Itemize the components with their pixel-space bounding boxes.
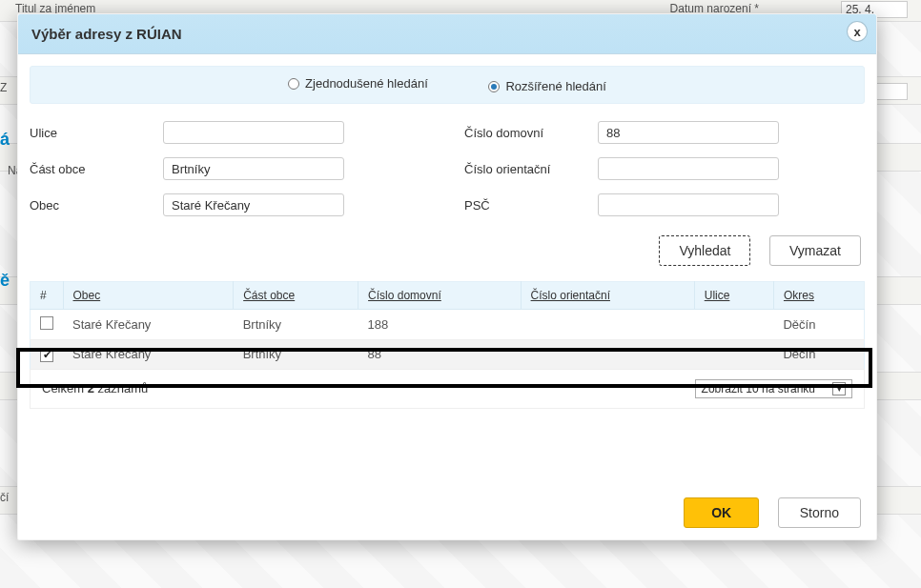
page-size-label: Zobrazit 10 na stránku	[702, 382, 815, 395]
col-okres[interactable]: Okres	[784, 289, 814, 302]
results-table: # Obec Část obce Číslo domovní Číslo ori…	[30, 281, 865, 370]
cell-cislo-dom: 188	[358, 310, 522, 340]
row-checkbox[interactable]	[40, 349, 53, 362]
col-obec[interactable]: Obec	[73, 289, 101, 302]
row-checkbox[interactable]	[40, 316, 53, 330]
chevron-down-icon: ▾	[832, 382, 846, 395]
search-buttons: Vyhledat Vymazat	[30, 216, 865, 275]
clear-button[interactable]: Vymazat	[769, 235, 861, 266]
bg-c: čí	[0, 491, 9, 504]
modal-title: Výběr adresy z RÚIAN	[31, 26, 182, 42]
radio-simple-label: Zjednodušené hledání	[305, 76, 428, 91]
field-cast-obce: Část obce	[30, 157, 430, 180]
cell-okres: Děčín	[773, 340, 864, 370]
field-obec: Obec	[30, 193, 430, 216]
field-cislo-domovni: Číslo domovní	[464, 121, 865, 144]
radio-simple-search[interactable]: Zjednodušené hledání	[288, 76, 428, 91]
bg-cutoff-2: ě	[0, 271, 10, 291]
psc-label: PSČ	[464, 198, 598, 213]
cislo-orient-input[interactable]	[598, 157, 779, 180]
total-records: Celkem 2 záznamů	[42, 381, 148, 395]
table-row[interactable]: Staré Křečany Brtníky 188 Děčín	[31, 310, 865, 340]
col-hash: #	[40, 289, 47, 302]
close-button[interactable]: x	[848, 22, 867, 41]
cell-ulice	[694, 310, 773, 340]
col-cislo-dom[interactable]: Číslo domovní	[368, 289, 441, 302]
table-footer: Celkem 2 záznamů Zobrazit 10 na stránku …	[30, 370, 865, 409]
bg-z: Z	[0, 81, 7, 94]
bg-cutoff-1: á	[0, 130, 10, 150]
field-psc: PSČ	[464, 193, 865, 216]
obec-input[interactable]	[163, 193, 344, 216]
cast-obce-label: Část obce	[30, 162, 163, 176]
radio-advanced-label: Rozšířené hledání	[505, 79, 606, 93]
table-row[interactable]: Staré Křečany Brtníky 88 Děčín	[31, 340, 865, 370]
ulice-input[interactable]	[163, 121, 344, 144]
radio-advanced-search[interactable]: Rozšířené hledání	[488, 79, 606, 93]
ok-button[interactable]: OK	[684, 497, 759, 528]
cislo-dom-input[interactable]	[598, 121, 779, 144]
psc-input[interactable]	[598, 193, 779, 216]
col-ulice[interactable]: Ulice	[705, 289, 730, 302]
total-suffix: záznamů	[94, 381, 148, 395]
cast-obce-input[interactable]	[163, 157, 344, 180]
results-container: # Obec Část obce Číslo domovní Číslo ori…	[30, 281, 865, 409]
col-cislo-orient[interactable]: Číslo orientační	[531, 289, 610, 302]
cell-obec: Staré Křečany	[63, 310, 234, 340]
ulice-label: Ulice	[30, 126, 163, 140]
modal-dialog: Výběr adresy z RÚIAN x Zjednodušené hled…	[17, 13, 877, 540]
cell-cislo-dom: 88	[358, 340, 522, 370]
modal-body: Zjednodušené hledání Rozšířené hledání U…	[18, 54, 876, 420]
modal-footer: OK Storno	[668, 497, 861, 528]
cell-ulice	[694, 340, 773, 370]
cislo-dom-label: Číslo domovní	[464, 126, 598, 140]
cancel-button[interactable]: Storno	[778, 497, 861, 528]
obec-label: Obec	[30, 198, 163, 213]
cell-obec: Staré Křečany	[63, 340, 234, 370]
col-cast[interactable]: Část obce	[243, 289, 295, 302]
field-cislo-orient: Číslo orientační	[464, 157, 865, 180]
modal-titlebar: Výběr adresy z RÚIAN x	[18, 14, 876, 54]
cell-cast: Brtníky	[234, 340, 358, 370]
cell-okres: Děčín	[773, 310, 864, 340]
cell-cislo-orient	[521, 340, 694, 370]
search-mode-toggle: Zjednodušené hledání Rozšířené hledání	[30, 66, 865, 104]
cell-cast: Brtníky	[234, 310, 358, 340]
total-count: 2	[88, 381, 94, 395]
radio-icon	[288, 78, 299, 90]
cell-cislo-orient	[521, 310, 694, 340]
cislo-orient-label: Číslo orientační	[464, 162, 598, 176]
page-size-select[interactable]: Zobrazit 10 na stránku ▾	[695, 379, 852, 398]
search-form: Ulice Číslo domovní Část obce Číslo orie…	[30, 121, 865, 216]
total-prefix: Celkem	[42, 381, 88, 395]
search-button[interactable]: Vyhledat	[659, 235, 750, 266]
radio-icon	[488, 81, 500, 92]
field-ulice: Ulice	[30, 121, 430, 144]
